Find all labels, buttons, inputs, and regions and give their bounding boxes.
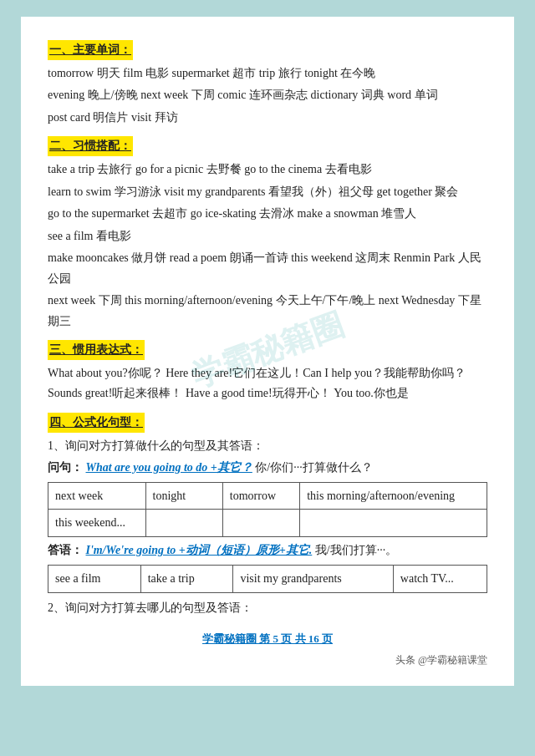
vocab-line3: post card 明信片 visit 拜访 <box>48 108 487 129</box>
answer-text: I'm/We're going to +动词（短语）原形+其它. <box>86 544 313 556</box>
sub2-label: 2、询问对方打算去哪儿的句型及答语： <box>48 598 487 619</box>
answer-suffix: 我/我们打算···。 <box>315 544 397 556</box>
footer-brand: 头条 @学霸秘籍课堂 <box>48 652 487 668</box>
collocations-line4: see a film 看电影 <box>48 226 487 247</box>
page: 学霸秘籍圈 一、主要单词： tomorrow 明天 film 电影 superm… <box>21 17 514 686</box>
question-line: 问句： What are you going to do +其它？ 你/你们··… <box>48 458 487 479</box>
table-cell <box>222 510 299 537</box>
collocations-line5: make mooncakes 做月饼 read a poem 朗诵一首诗 thi… <box>48 248 487 289</box>
table-cell: this weekend... <box>48 510 146 537</box>
question-text: What are you going to do +其它？ <box>86 461 252 474</box>
table-cell: tomorrow <box>222 482 299 510</box>
collocations-line3: go to the supermarket 去超市 go ice-skating… <box>48 204 487 225</box>
section4-title: 四、公式化句型： <box>48 413 145 433</box>
section-expressions: 三、惯用表达式： What about you?你呢？ Here they ar… <box>48 340 487 404</box>
table-row: see a film take a trip visit my grandpar… <box>48 565 487 592</box>
collocations-line2: learn to swim 学习游泳 visit my grandparents… <box>48 182 487 203</box>
section1-title: 一、主要单词： <box>48 40 133 60</box>
footer-text: 学霸秘籍圈 第 5 页 共 16 页 <box>48 630 487 648</box>
table-time-words: next week tonight tomorrow this morning/… <box>48 482 487 538</box>
section2-title: 二、习惯搭配： <box>48 136 133 156</box>
answer-line: 答语： I'm/We're going to +动词（短语）原形+其它. 我/我… <box>48 540 487 561</box>
answer-label: 答语： <box>48 544 83 556</box>
table-cell: take a trip <box>140 565 233 592</box>
question-label: 问句： <box>48 461 83 474</box>
table-row: next week tonight tomorrow this morning/… <box>48 482 487 510</box>
vocab-line1: tomorrow 明天 film 电影 supermarket 超市 trip … <box>48 63 487 84</box>
table-cell <box>300 510 487 537</box>
question-suffix: 你/你们···打算做什么？ <box>255 461 372 474</box>
section-formulas: 四、公式化句型： 1、询问对方打算做什么的句型及其答语： 问句： What ar… <box>48 413 487 618</box>
collocations-line6: next week 下周 this morning/afternoon/even… <box>48 291 487 332</box>
section3-title: 三、惯用表达式： <box>48 340 145 360</box>
table-cell: see a film <box>48 565 141 592</box>
vocab-line2: evening 晚上/傍晚 next week 下周 comic 连环画杂志 d… <box>48 85 487 106</box>
expressions-line1: What about you?你呢？ Here they are!它们在这儿！C… <box>48 363 487 404</box>
table-cell <box>145 510 222 537</box>
table-cell: this morning/afternoon/evening <box>300 482 487 510</box>
sub1-label: 1、询问对方打算做什么的句型及其答语： <box>48 436 487 457</box>
table-row: this weekend... <box>48 510 487 537</box>
table-cell: tonight <box>145 482 222 510</box>
table-actions: see a film take a trip visit my grandpar… <box>48 565 487 593</box>
table-cell: next week <box>48 482 146 510</box>
table-cell: watch TV... <box>393 565 487 592</box>
section-collocations: 二、习惯搭配： take a trip 去旅行 go for a picnic … <box>48 136 487 332</box>
table-cell: visit my grandparents <box>233 565 393 592</box>
collocations-line1: take a trip 去旅行 go for a picnic 去野餐 go t… <box>48 160 487 180</box>
section-vocabulary: 一、主要单词： tomorrow 明天 film 电影 supermarket … <box>48 40 487 128</box>
